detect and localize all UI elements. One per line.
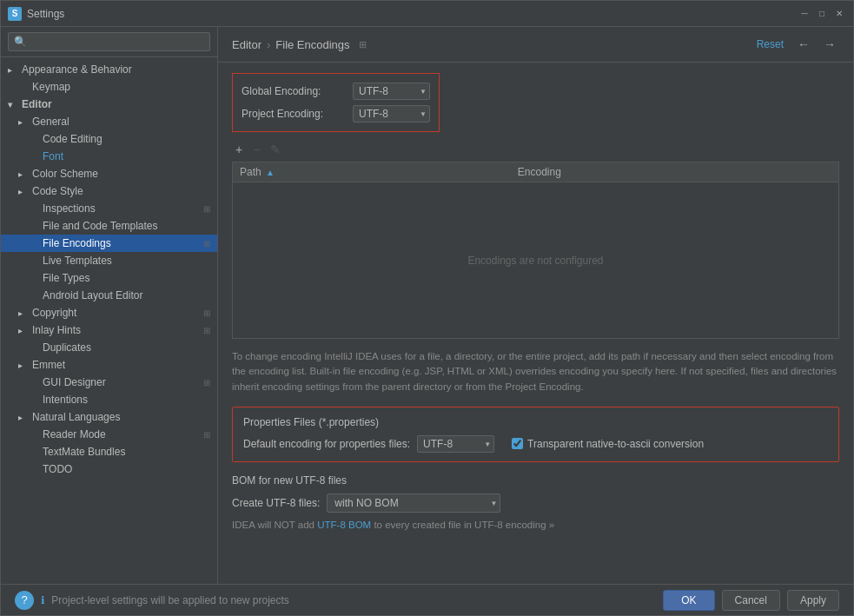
bom-info-text: IDEA will NOT add UTF-8 BOM to every cre… bbox=[232, 520, 839, 530]
settings-window: S Settings ─ □ ✕ ▸ Appearance & Behavior bbox=[0, 0, 854, 616]
transparent-checkbox-label[interactable]: Transparent native-to-ascii conversion bbox=[527, 438, 704, 450]
sidebar-item-todo[interactable]: TODO bbox=[1, 460, 217, 478]
encoding-info-text: To change encoding IntelliJ IDEA uses fo… bbox=[232, 349, 839, 394]
chevron-icon: ▸ bbox=[18, 413, 29, 422]
breadcrumb-separator: › bbox=[267, 38, 270, 51]
sidebar-item-general[interactable]: ▸ General bbox=[1, 113, 217, 130]
sidebar-item-natural-languages[interactable]: ▸ Natural Languages bbox=[1, 408, 217, 426]
sidebar-item-label: Android Layout Editor bbox=[43, 289, 142, 301]
sidebar-item-label: GUI Designer bbox=[43, 376, 106, 388]
window-controls: ─ □ ✕ bbox=[798, 7, 846, 21]
reset-button[interactable]: Reset bbox=[753, 36, 787, 52]
global-encoding-label: Global Encoding: bbox=[242, 85, 346, 97]
chevron-icon: ▸ bbox=[8, 65, 18, 75]
breadcrumb-badge-icon: ⊞ bbox=[359, 39, 367, 50]
sort-icon: ▲ bbox=[266, 168, 275, 177]
sidebar-item-color-scheme[interactable]: ▸ Color Scheme bbox=[1, 165, 217, 182]
path-encoding-table: Path ▲ Encoding Encodings are not config… bbox=[232, 162, 839, 339]
transparent-checkbox[interactable] bbox=[512, 438, 523, 449]
sidebar-item-label: Copyright bbox=[32, 307, 76, 319]
ok-button[interactable]: OK bbox=[663, 590, 714, 611]
chevron-icon: ▸ bbox=[18, 117, 29, 127]
sidebar-item-android-layout[interactable]: Android Layout Editor bbox=[1, 287, 217, 304]
cancel-button[interactable]: Cancel bbox=[722, 590, 780, 611]
chevron-icon: ▾ bbox=[8, 100, 18, 109]
properties-encoding-select[interactable]: UTF-8 UTF-16 ISO-8859-1 bbox=[417, 435, 494, 453]
footer: ? ℹ Project-level settings will be appli… bbox=[1, 584, 853, 615]
edit-path-button[interactable]: ✎ bbox=[267, 141, 284, 158]
apply-button[interactable]: Apply bbox=[787, 590, 839, 611]
chevron-icon: ▸ bbox=[18, 326, 29, 335]
breadcrumb-current: File Encodings bbox=[275, 38, 349, 51]
table-empty-message: Encodings are not configured bbox=[233, 182, 839, 339]
sidebar-item-label: Editor bbox=[22, 98, 52, 110]
help-button[interactable]: ? bbox=[15, 591, 34, 610]
nav-back-button[interactable]: ← bbox=[794, 36, 813, 53]
project-encoding-select-wrap: UTF-8 UTF-16 ISO-8859-1 US-ASCII bbox=[353, 105, 430, 123]
chevron-icon: ▸ bbox=[18, 169, 29, 179]
sidebar-item-label: File Encodings bbox=[43, 237, 111, 249]
remove-path-button[interactable]: − bbox=[249, 141, 263, 158]
sidebar-item-appearance[interactable]: ▸ Appearance & Behavior bbox=[1, 61, 217, 78]
sidebar-item-gui-designer[interactable]: GUI Designer ⊞ bbox=[1, 374, 217, 391]
nav-forward-button[interactable]: → bbox=[820, 36, 839, 53]
path-column-header: Path ▲ bbox=[233, 162, 511, 182]
sidebar-item-label: Inspections bbox=[43, 202, 96, 215]
chevron-icon: ▸ bbox=[18, 187, 29, 196]
maximize-button[interactable]: □ bbox=[815, 7, 829, 21]
sidebar-item-inspections[interactable]: Inspections ⊞ bbox=[1, 200, 217, 217]
sidebar-item-label: Code Editing bbox=[43, 133, 103, 145]
bom-select-wrap: with NO BOM with BOM with BOM (on UTF-8) bbox=[327, 493, 500, 513]
bom-select[interactable]: with NO BOM with BOM with BOM (on UTF-8) bbox=[327, 493, 500, 513]
bom-info-part2: to every created file in UTF-8 encoding … bbox=[371, 520, 554, 530]
sidebar-item-reader-mode[interactable]: Reader Mode ⊞ bbox=[1, 426, 217, 443]
panel-header: Editor › File Encodings ⊞ Reset ← → bbox=[218, 27, 853, 63]
sidebar-item-textmate-bundles[interactable]: TextMate Bundles bbox=[1, 443, 217, 460]
badge-icon: ⊞ bbox=[203, 204, 210, 214]
bom-section-title: BOM for new UTF-8 files bbox=[232, 474, 839, 487]
global-encoding-select-wrap: UTF-8 UTF-16 ISO-8859-1 US-ASCII bbox=[353, 83, 430, 100]
sidebar-item-live-templates[interactable]: Live Templates bbox=[1, 252, 217, 269]
sidebar-item-intentions[interactable]: Intentions bbox=[1, 391, 217, 408]
sidebar-item-code-editing[interactable]: Code Editing bbox=[1, 130, 217, 148]
properties-encoding-label: Default encoding for properties files: bbox=[243, 438, 410, 450]
sidebar-item-label: Appearance & Behavior bbox=[22, 63, 132, 76]
bom-info-part1: IDEA will NOT add bbox=[232, 520, 317, 530]
content-area: ▸ Appearance & Behavior Keymap ▾ Editor … bbox=[1, 27, 853, 584]
search-input[interactable] bbox=[8, 32, 210, 51]
project-encoding-select[interactable]: UTF-8 UTF-16 ISO-8859-1 US-ASCII bbox=[353, 105, 430, 123]
add-path-button[interactable]: + bbox=[232, 141, 246, 158]
encoding-column-header: Encoding bbox=[511, 162, 839, 182]
close-button[interactable]: ✕ bbox=[832, 7, 846, 21]
sidebar-item-file-encodings[interactable]: File Encodings ⊞ bbox=[1, 235, 217, 252]
bom-info-link[interactable]: UTF-8 BOM bbox=[317, 520, 371, 530]
panel-actions: Reset ← → bbox=[753, 36, 839, 53]
sidebar-item-editor[interactable]: ▾ Editor bbox=[1, 96, 217, 113]
sidebar-item-keymap[interactable]: Keymap bbox=[1, 78, 217, 96]
properties-section-title: Properties Files (*.properties) bbox=[243, 416, 828, 428]
chevron-icon: ▸ bbox=[18, 308, 29, 318]
badge-icon: ⊞ bbox=[203, 430, 210, 440]
breadcrumb: Editor › File Encodings ⊞ bbox=[232, 38, 367, 51]
sidebar-item-inlay-hints[interactable]: ▸ Inlay Hints ⊞ bbox=[1, 321, 217, 339]
sidebar-item-duplicates[interactable]: Duplicates bbox=[1, 339, 217, 356]
properties-row: Default encoding for properties files: U… bbox=[243, 435, 828, 453]
sidebar-item-emmet[interactable]: ▸ Emmet bbox=[1, 356, 217, 374]
footer-buttons: OK Cancel Apply bbox=[663, 590, 839, 611]
properties-section: Properties Files (*.properties) Default … bbox=[232, 407, 839, 462]
panel-body: Global Encoding: UTF-8 UTF-16 ISO-8859-1… bbox=[218, 63, 853, 584]
sidebar-item-label: General bbox=[32, 116, 70, 128]
sidebar-item-label: File Types bbox=[43, 272, 89, 284]
sidebar-item-label: Font bbox=[43, 150, 63, 162]
sidebar-item-font[interactable]: Font bbox=[1, 148, 217, 165]
global-encoding-select[interactable]: UTF-8 UTF-16 ISO-8859-1 US-ASCII bbox=[353, 83, 430, 100]
sidebar-item-copyright[interactable]: ▸ Copyright ⊞ bbox=[1, 304, 217, 321]
minimize-button[interactable]: ─ bbox=[798, 7, 811, 21]
global-encoding-row: Global Encoding: UTF-8 UTF-16 ISO-8859-1… bbox=[242, 83, 430, 100]
badge-icon: ⊞ bbox=[203, 326, 210, 335]
sidebar-item-file-code-templates[interactable]: File and Code Templates bbox=[1, 217, 217, 235]
sidebar-item-file-types[interactable]: File Types bbox=[1, 269, 217, 287]
sidebar-item-label: Reader Mode bbox=[43, 428, 106, 440]
sidebar-item-code-style[interactable]: ▸ Code Style bbox=[1, 182, 217, 200]
bom-row: Create UTF-8 files: with NO BOM with BOM… bbox=[232, 493, 839, 513]
